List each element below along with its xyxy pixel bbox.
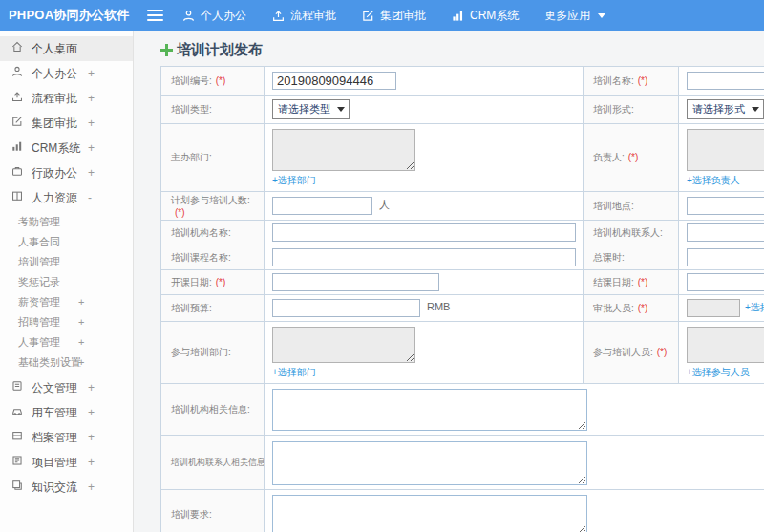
project-icon: [11, 450, 23, 475]
sidebar-item-human-resources[interactable]: 人力资源 -: [0, 185, 133, 210]
bar-chart-icon: [11, 136, 23, 160]
sidebar-item-project-mgmt[interactable]: 项目管理 +: [0, 450, 133, 475]
sidebar-item-personal-desktop[interactable]: 个人桌面: [0, 36, 133, 61]
org-contact-info-textarea[interactable]: [272, 441, 587, 485]
plan-count-input[interactable]: [272, 197, 372, 215]
sidebar: 个人桌面 个人办公 + 流程审批 + 集团审批 + CRM系统 + 行政办公 +…: [0, 31, 134, 532]
select-leader-link[interactable]: +选择负责人: [687, 174, 740, 187]
book-icon: [11, 185, 23, 210]
label-org-name: 培训机构名称:: [161, 221, 265, 245]
location-input[interactable]: [687, 197, 764, 215]
menu-toggle-icon[interactable]: [147, 10, 163, 21]
select-caret-icon: [752, 107, 759, 112]
select-join-dept-link[interactable]: +选择部门: [272, 366, 316, 379]
requirement-textarea[interactable]: [272, 495, 587, 532]
select-caret-icon: [337, 107, 345, 112]
select-join-staff-link[interactable]: +选择参与人员: [687, 366, 750, 379]
label-training-name: 培训名称:(*): [584, 67, 679, 96]
org-name-input[interactable]: [272, 223, 576, 242]
sidebar-item-document-mgmt[interactable]: 公文管理 +: [0, 375, 133, 400]
sidebar-subitem-training[interactable]: 培训管理: [0, 252, 133, 272]
expand-icon[interactable]: +: [88, 136, 95, 160]
select-approver-link[interactable]: +选择审批人员: [745, 302, 764, 312]
expand-icon[interactable]: +: [88, 425, 95, 450]
label-leader: 负责人:(*): [584, 124, 679, 192]
collapse-icon[interactable]: -: [88, 185, 92, 210]
expand-icon[interactable]: +: [88, 86, 95, 111]
nav-workflow-approval[interactable]: 流程审批: [272, 8, 336, 24]
leader-textarea[interactable]: [687, 129, 764, 171]
caret-down-icon: [598, 13, 605, 18]
top-nav: 个人办公 流程审批 集团审批 CRM系统 更多应用: [182, 8, 605, 24]
sidebar-subitem-salary[interactable]: 薪资管理+: [0, 292, 133, 312]
approver-input[interactable]: [687, 299, 740, 317]
topbar: PHPOA协同办公软件 个人办公 流程审批 集团审批 CRM系统 更多应用: [0, 0, 764, 31]
sidebar-item-knowledge-exchange[interactable]: 知识交流 +: [0, 475, 133, 500]
join-dept-textarea[interactable]: [272, 327, 415, 363]
org-contact-input[interactable]: [687, 223, 764, 242]
sidebar-item-group-approval[interactable]: 集团审批 +: [0, 111, 133, 136]
sidebar-subitem-hr-contract[interactable]: 人事合同: [0, 232, 133, 252]
start-date-input[interactable]: [272, 273, 439, 291]
nav-group-approval[interactable]: 集团审批: [362, 8, 426, 24]
end-date-input[interactable]: [687, 273, 764, 291]
expand-icon[interactable]: +: [88, 375, 95, 400]
edit-icon: [362, 10, 374, 22]
expand-icon[interactable]: +: [78, 312, 84, 332]
select-dept-link[interactable]: +选择部门: [272, 174, 316, 187]
label-location: 培训地点:: [584, 192, 679, 221]
host-dept-textarea[interactable]: [272, 129, 415, 171]
label-org-contact: 培训机构联系人:: [584, 221, 679, 245]
sidebar-item-admin-office[interactable]: 行政办公 +: [0, 160, 133, 185]
budget-input[interactable]: [272, 299, 420, 317]
expand-icon[interactable]: +: [78, 292, 84, 312]
expand-icon[interactable]: +: [88, 160, 95, 185]
label-join-dept: 参与培训部门:: [161, 322, 265, 384]
expand-icon[interactable]: +: [88, 475, 95, 500]
upload-icon: [272, 10, 285, 22]
sidebar-item-vehicle-mgmt[interactable]: 用车管理 +: [0, 400, 133, 425]
label-end-date: 结课日期:(*): [584, 270, 679, 295]
expand-icon[interactable]: +: [78, 352, 84, 372]
label-org-contact-info: 培训机构联系人相关信息:: [161, 436, 265, 490]
sidebar-subitem-recruitment[interactable]: 招聘管理+: [0, 312, 133, 332]
expand-icon[interactable]: +: [88, 61, 95, 86]
label-training-form: 培训形式:: [584, 96, 679, 124]
training-plan-form: 培训编号:(*) 培训名称:(*) 培训类型: 请选择类型 培训形式: 请选择形…: [160, 66, 764, 532]
sidebar-item-crm-system[interactable]: CRM系统 +: [0, 136, 133, 160]
sidebar-subitem-reward-punishment[interactable]: 奖惩记录: [0, 272, 133, 292]
user-icon: [182, 10, 195, 22]
sidebar-subitem-attendance[interactable]: 考勤管理: [0, 212, 133, 232]
training-name-input[interactable]: [687, 72, 764, 90]
training-type-select[interactable]: 请选择类型: [272, 99, 350, 119]
expand-icon[interactable]: +: [88, 111, 95, 136]
sidebar-subitem-personnel[interactable]: 人事管理+: [0, 332, 133, 352]
expand-icon[interactable]: +: [88, 450, 95, 475]
car-icon: [11, 400, 23, 425]
sidebar-item-workflow-approval[interactable]: 流程审批 +: [0, 86, 133, 111]
label-training-no: 培训编号:(*): [161, 67, 265, 96]
page-title: 培训计划发布: [160, 41, 764, 59]
label-training-type: 培训类型:: [161, 96, 265, 124]
expand-icon[interactable]: +: [78, 332, 84, 352]
training-form-select[interactable]: 请选择形式: [687, 99, 764, 119]
expand-icon[interactable]: +: [88, 400, 95, 425]
upload-icon: [11, 86, 23, 111]
sidebar-item-archive-mgmt[interactable]: 档案管理 +: [0, 425, 133, 450]
org-info-textarea[interactable]: [272, 389, 587, 431]
nav-more-apps[interactable]: 更多应用: [544, 8, 605, 24]
label-org-info: 培训机构相关信息:: [161, 384, 265, 436]
bar-chart-icon: [452, 10, 464, 22]
join-staff-textarea[interactable]: [687, 327, 764, 363]
training-no-input[interactable]: [272, 72, 396, 90]
course-name-input[interactable]: [272, 248, 576, 266]
nav-crm-system[interactable]: CRM系统: [452, 8, 519, 24]
label-plan-count: 计划参与培训人数:(*): [161, 192, 265, 221]
sidebar-item-personal-office[interactable]: 个人办公 +: [0, 61, 133, 86]
label-join-staff: 参与培训人员:(*): [584, 322, 679, 384]
user-icon: [11, 61, 23, 86]
total-hours-input[interactable]: [687, 248, 764, 266]
home-icon: [11, 36, 23, 61]
sidebar-subitem-base-category[interactable]: 基础类别设置+: [0, 352, 133, 372]
nav-personal-office[interactable]: 个人办公: [182, 8, 246, 24]
